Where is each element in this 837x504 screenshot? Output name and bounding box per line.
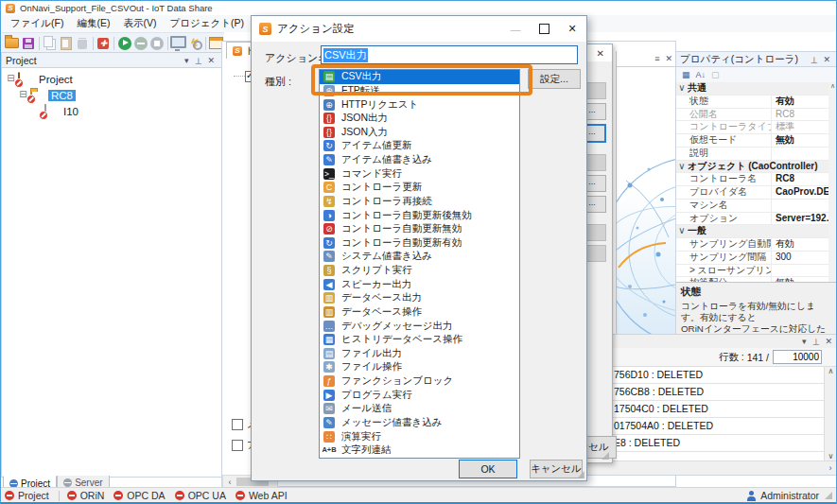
close-icon[interactable]: ✕ <box>820 55 833 64</box>
action-type-item[interactable]: Cコントローラ更新 <box>320 181 519 195</box>
row-max-input[interactable] <box>773 350 822 364</box>
close-icon[interactable]: ✕ <box>822 337 835 346</box>
action-type-item[interactable]: ▶プログラム実行 <box>320 388 519 402</box>
add-button[interactable] <box>96 35 112 52</box>
scroll-up-icon[interactable]: ∧ <box>828 367 834 375</box>
stop-button[interactable] <box>149 35 166 52</box>
action-type-item[interactable]: ◀スピーカー出力 <box>320 277 519 291</box>
action-type-item[interactable]: ▥データベース操作 <box>320 305 519 320</box>
action-type-item[interactable]: ◑コントローラ自動更新後無効 <box>320 208 519 222</box>
action-type-item[interactable]: ↯コントローラ再接続 <box>320 195 519 209</box>
property-category[interactable]: ∨一般 <box>676 225 828 238</box>
list-icon[interactable]: ≡ <box>652 54 662 63</box>
scroll-up-icon[interactable]: ∧ <box>830 82 835 90</box>
close-icon[interactable]: ✕ <box>662 54 675 63</box>
action-type-item[interactable]: ↻コントローラ自動更新有効 <box>320 236 519 251</box>
tree-node-i10[interactable]: I10 <box>4 103 221 119</box>
action-type-item[interactable]: ▤ファイル出力 <box>320 347 519 361</box>
property-row[interactable]: 仮想モード無効 <box>676 134 828 148</box>
menu-item[interactable]: プロジェクト(P) <box>163 15 250 32</box>
property-row[interactable]: マシン名 <box>676 200 828 213</box>
action-type-item[interactable]: ✱ファイル操作 <box>320 360 519 374</box>
maximize-icon[interactable] <box>530 16 558 42</box>
collapse-icon[interactable]: ∨ <box>676 225 688 237</box>
log-entry[interactable]: 017504A0 : DELETED <box>586 418 824 435</box>
action-type-item[interactable]: ▦ヒストリデータベース操作 <box>320 333 519 347</box>
property-row[interactable]: > スローサンプリング <box>676 265 828 278</box>
action-type-item[interactable]: ⊕FTP転送 <box>320 84 519 98</box>
cancel-button[interactable]: キャンセル <box>530 460 583 478</box>
run-button[interactable] <box>116 35 132 52</box>
menu-item[interactable]: ファイル(F) <box>4 15 70 32</box>
delete-button[interactable] <box>74 35 90 52</box>
property-row[interactable]: 状態有効 <box>676 96 828 109</box>
collapse-icon[interactable]: ∨ <box>676 82 688 95</box>
action-type-item[interactable]: ✎メッセージ値書き込み <box>320 416 519 430</box>
scroll-right-icon[interactable]: › <box>824 461 837 475</box>
settings-button[interactable]: 設定... <box>528 69 581 89</box>
property-row[interactable]: 公開名RC8 <box>676 109 828 122</box>
dialog-titlebar[interactable]: S アクション設定 — ✕ <box>252 16 586 42</box>
settings-button[interactable] <box>186 35 202 52</box>
message-checkbox[interactable] <box>232 419 243 430</box>
property-row[interactable]: オプションServer=192.168 <box>676 213 828 226</box>
sort-az-icon[interactable]: A↓ <box>693 70 709 79</box>
property-row[interactable]: 説明 <box>676 148 828 161</box>
action-type-item[interactable]: A+B文字列連結 <box>320 443 519 458</box>
close-icon[interactable]: ✕ <box>204 56 218 65</box>
property-row[interactable]: コントローラ名RC8 <box>676 173 828 186</box>
collapse-icon[interactable]: ∨ <box>676 161 688 173</box>
action-type-item[interactable]: {}JSON入力 <box>320 126 519 140</box>
log-horizontal-scrollbar[interactable]: › <box>586 461 837 475</box>
categorize-icon[interactable]: ▦ <box>679 70 693 79</box>
pin-icon[interactable]: ⊤ <box>192 56 205 65</box>
tree-node-rc8[interactable]: ⊟RC8 <box>4 87 221 103</box>
pause-button[interactable] <box>132 35 148 52</box>
property-row[interactable]: サンプリング自動開有効 <box>676 238 828 252</box>
action-type-item[interactable]: ✎アイテム値書き込み <box>320 153 519 167</box>
property-category[interactable]: ∨共通 <box>676 82 828 96</box>
property-row[interactable]: コントローラタイプ標準 <box>676 121 828 134</box>
action-type-item[interactable]: >_コマンド実行 <box>320 166 519 181</box>
menu-item[interactable]: 編集(E) <box>70 15 116 32</box>
action-type-item[interactable]: ∷演算実行 <box>320 429 519 443</box>
chevron-down-icon[interactable]: ▾ <box>182 56 192 65</box>
copy-button[interactable] <box>42 35 58 52</box>
action-type-item[interactable]: ⊕HTTPリクエスト <box>320 97 519 112</box>
open-button[interactable] <box>4 35 20 52</box>
action-type-item[interactable]: §スクリプト実行 <box>320 264 519 278</box>
action-type-item[interactable]: ƒファンクションブロック <box>320 374 519 389</box>
property-category[interactable]: ∨オブジェクト (CaoController) <box>676 161 828 174</box>
chevron-down-icon[interactable]: ▾ <box>799 337 810 346</box>
log-vertical-scrollbar[interactable]: ∧ ∨ <box>824 367 837 461</box>
log-entry[interactable]: 17504C0 : DELETED <box>586 401 824 418</box>
monitor-button[interactable] <box>170 35 186 52</box>
pin-icon[interactable]: ⊤ <box>808 55 821 64</box>
pin-icon[interactable]: ⊤ <box>810 337 823 346</box>
resize-grip[interactable] <box>825 492 832 499</box>
property-row[interactable]: プロバイダ名CaoProv.DENSO. <box>676 186 828 200</box>
save-button[interactable] <box>20 35 36 52</box>
scroll-down-icon[interactable]: ∨ <box>828 452 834 461</box>
close-icon[interactable]: ✕ <box>558 16 586 42</box>
log-entry[interactable]: E8 : DELETED <box>586 435 824 452</box>
close-icon[interactable]: ✕ <box>597 48 604 59</box>
log-entry[interactable]: 756D10 : DELETED <box>586 367 824 384</box>
action-type-item[interactable]: ⊘コントローラ自動更新無効 <box>320 222 519 236</box>
properties-scrollbar[interactable]: ∧ ∨ <box>828 82 837 287</box>
action-type-item[interactable]: …デバッグメッセージ出力 <box>320 319 519 333</box>
action-checkbox[interactable] <box>232 440 243 451</box>
tree-node-project[interactable]: ⊟Project <box>4 71 221 87</box>
property-row[interactable]: サンプリング間隔300 <box>676 252 828 265</box>
action-type-item[interactable]: ✉メール送信 <box>320 402 519 416</box>
action-type-item[interactable]: ▤CSV出力 <box>320 70 519 84</box>
action-type-item[interactable]: ✎システム値書き込み <box>320 250 519 264</box>
ok-button[interactable]: OK <box>459 460 517 478</box>
paste-button[interactable] <box>58 35 74 52</box>
menu-item[interactable]: 表示(V) <box>116 15 163 32</box>
action-type-item[interactable]: {}JSON出力 <box>320 112 519 126</box>
action-name-input[interactable]: CSV出力 <box>321 45 578 64</box>
action-type-item[interactable]: ↻アイテム値更新 <box>320 139 519 153</box>
action-type-item[interactable]: ▥データベース出力 <box>320 291 519 305</box>
log-entry[interactable]: 756CB8 : DELETED <box>586 384 824 401</box>
